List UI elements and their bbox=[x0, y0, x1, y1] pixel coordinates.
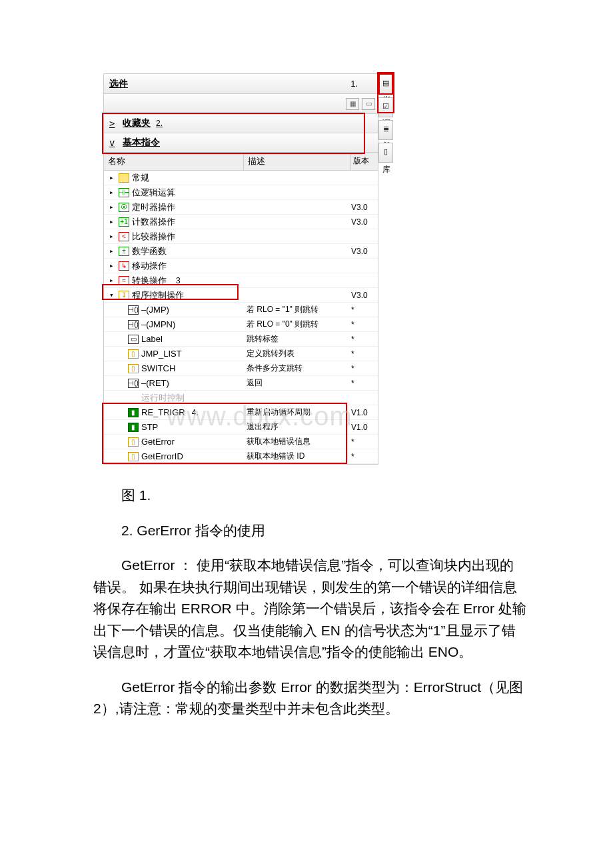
tree-arrow-icon[interactable]: ▸ bbox=[109, 188, 116, 197]
category-icon: ± bbox=[119, 247, 129, 256]
category-label: 常规 bbox=[132, 172, 149, 184]
category-icon: ⊣⊢ bbox=[119, 188, 129, 197]
instruction-row: 运行时控制 bbox=[104, 391, 378, 405]
figure: 选件 1. ▦ ▭ > 收藏夹 2. v 基本指令 名称 描述 版本 ▸常规▸⊣… bbox=[103, 73, 403, 465]
instruction-label: STP bbox=[141, 422, 158, 432]
col-ver: 版本 bbox=[351, 153, 378, 170]
col-name: 名称 bbox=[104, 153, 244, 170]
category-label: 转换操作 bbox=[132, 275, 167, 287]
side-tab[interactable]: ☑测试 bbox=[378, 97, 393, 117]
category-row[interactable]: ▸≈转换操作3 bbox=[104, 273, 378, 288]
side-tab[interactable]: ≣任务 bbox=[378, 120, 393, 140]
instruction-label: SWITCH bbox=[141, 363, 175, 373]
side-tab-icon: ☑ bbox=[382, 102, 389, 111]
instruction-desc: 退出程序 bbox=[244, 421, 351, 433]
side-tab-icon: ▤ bbox=[382, 79, 389, 87]
side-tab-strip: ▤指令☑测试≣任务▯库 bbox=[378, 73, 393, 165]
instruction-row[interactable]: ▮RE_TRIGR4.重新启动循环周期V1.0 bbox=[104, 405, 378, 420]
instruction-row[interactable]: ▮STP退出程序V1.0 bbox=[104, 420, 378, 435]
instruction-label: GetError bbox=[141, 437, 175, 447]
instruction-desc: 定义跳转列表 bbox=[244, 348, 351, 359]
tree-arrow-icon[interactable]: ▾ bbox=[109, 291, 116, 299]
expand-icon[interactable]: > bbox=[109, 118, 117, 129]
side-tab-icon: ▯ bbox=[384, 147, 388, 156]
document-body: 图 1. 2. GerError 指令的使用 GetError ： 使用“获取本… bbox=[93, 485, 526, 720]
category-version: V3.0 bbox=[351, 203, 378, 212]
tree-arrow-icon[interactable]: ▸ bbox=[109, 203, 116, 211]
instruction-version: * bbox=[351, 349, 378, 359]
instruction-icon: ▯ bbox=[128, 452, 139, 461]
side-tab[interactable]: ▯库 bbox=[378, 143, 393, 163]
instruction-version: * bbox=[351, 379, 378, 388]
category-version: V3.0 bbox=[351, 291, 378, 300]
instruction-icon: ▯ bbox=[128, 349, 139, 359]
instruction-row[interactable]: ▯JMP_LIST定义跳转列表* bbox=[104, 347, 378, 361]
instruction-label: RE_TRIGR bbox=[141, 407, 185, 417]
tree-arrow-icon[interactable]: ▸ bbox=[109, 232, 116, 241]
category-row[interactable]: ▸常规 bbox=[104, 171, 378, 185]
instruction-label: JMP_LIST bbox=[141, 349, 182, 359]
category-version: V3.0 bbox=[351, 217, 378, 227]
category-row[interactable]: ▸±数学函数V3.0 bbox=[104, 244, 378, 259]
panel-title: 选件 bbox=[109, 78, 128, 90]
category-row[interactable]: ▸⦿定时器操作V3.0 bbox=[104, 200, 378, 215]
category-icon: ↳ bbox=[119, 261, 129, 271]
tree-arrow-icon[interactable]: ▸ bbox=[109, 247, 116, 255]
instruction-tree: ▸常规▸⊣⊢位逻辑运算▸⦿定时器操作V3.0▸+1计数器操作V3.0▸<比较器操… bbox=[104, 171, 378, 464]
instruction-desc: 重新启动循环周期 bbox=[244, 407, 351, 418]
category-row[interactable]: ▸+1计数器操作V3.0 bbox=[104, 215, 378, 229]
instruction-icon: ▯ bbox=[128, 437, 139, 447]
instruction-row[interactable]: ▯GetError获取本地错误信息* bbox=[104, 435, 378, 449]
category-row[interactable]: ▸↳移动操作 bbox=[104, 259, 378, 273]
instruction-row[interactable]: ⊣()–(RET)返回* bbox=[104, 376, 378, 391]
instruction-panel: 选件 1. ▦ ▭ > 收藏夹 2. v 基本指令 名称 描述 版本 ▸常规▸⊣… bbox=[103, 73, 378, 465]
instruction-version: * bbox=[351, 437, 378, 447]
toolbar-icon-grid[interactable]: ▦ bbox=[346, 98, 359, 110]
instruction-icon: ▯ bbox=[128, 364, 139, 373]
instruction-row[interactable]: ▭Label跳转标签* bbox=[104, 332, 378, 347]
category-row[interactable]: ▸⊣⊢位逻辑运算 bbox=[104, 185, 378, 200]
favorites-header[interactable]: > 收藏夹 2. bbox=[104, 114, 378, 133]
annotation: 4. bbox=[192, 408, 199, 417]
instruction-version: * bbox=[351, 320, 378, 329]
tree-arrow-icon[interactable]: ▸ bbox=[109, 276, 116, 285]
side-tab-icon: ≣ bbox=[383, 125, 389, 133]
tree-arrow-icon[interactable]: ▸ bbox=[109, 217, 116, 226]
instruction-icon: ⊣() bbox=[128, 379, 139, 388]
category-row[interactable]: ▾↧程序控制操作V3.0 bbox=[104, 288, 378, 303]
annotation-1: 1. bbox=[350, 79, 358, 89]
instruction-desc: 若 RLO = "1" 则跳转 bbox=[244, 304, 351, 315]
instruction-icon bbox=[128, 393, 139, 403]
basic-label: 基本指令 bbox=[123, 137, 160, 149]
tree-arrow-icon[interactable]: ▸ bbox=[109, 261, 116, 270]
instruction-row[interactable]: ⊣()–(JMP)若 RLO = "1" 则跳转* bbox=[104, 303, 378, 317]
category-row[interactable]: ▸<比较器操作 bbox=[104, 229, 378, 244]
instruction-row[interactable]: ▯GetErrorID获取本地错误 ID* bbox=[104, 449, 378, 464]
annotation: 3 bbox=[176, 276, 181, 285]
instruction-row[interactable]: ⊣()–(JMPN)若 RLO = "0" 则跳转* bbox=[104, 317, 378, 332]
side-tab[interactable]: ▤指令 bbox=[378, 73, 393, 95]
category-label: 移动操作 bbox=[132, 260, 167, 272]
annotation-2: 2. bbox=[156, 119, 163, 128]
panel-title-bar: 选件 1. bbox=[104, 74, 378, 94]
category-label: 位逻辑运算 bbox=[132, 187, 175, 199]
instruction-desc: 跳转标签 bbox=[244, 333, 351, 345]
basic-header[interactable]: v 基本指令 bbox=[104, 133, 378, 153]
toolbar-icon-box[interactable]: ▭ bbox=[362, 98, 375, 110]
paragraph-1: GetError ： 使用“获取本地错误信息”指令，可以查询块内出现的错误。 如… bbox=[93, 555, 526, 663]
instruction-desc: 条件多分支跳转 bbox=[244, 363, 351, 374]
favorites-label: 收藏夹 bbox=[123, 117, 151, 129]
category-icon bbox=[119, 173, 129, 183]
instruction-version: V1.0 bbox=[351, 408, 378, 417]
paragraph-2: GetError 指令的输出参数 Error 的数据类型为：ErrorStruc… bbox=[93, 677, 526, 720]
instruction-label: –(RET) bbox=[141, 378, 169, 388]
section-heading-2: 2. GerError 指令的使用 bbox=[93, 520, 526, 542]
instruction-desc: 若 RLO = "0" 则跳转 bbox=[244, 319, 351, 330]
col-desc: 描述 bbox=[244, 153, 351, 170]
expand-icon[interactable]: v bbox=[109, 137, 117, 148]
basic-section: v 基本指令 bbox=[104, 133, 378, 153]
instruction-version: * bbox=[351, 452, 378, 461]
instruction-row[interactable]: ▯SWITCH条件多分支跳转* bbox=[104, 361, 378, 376]
tree-arrow-icon[interactable]: ▸ bbox=[109, 173, 116, 182]
category-icon: < bbox=[119, 232, 129, 241]
